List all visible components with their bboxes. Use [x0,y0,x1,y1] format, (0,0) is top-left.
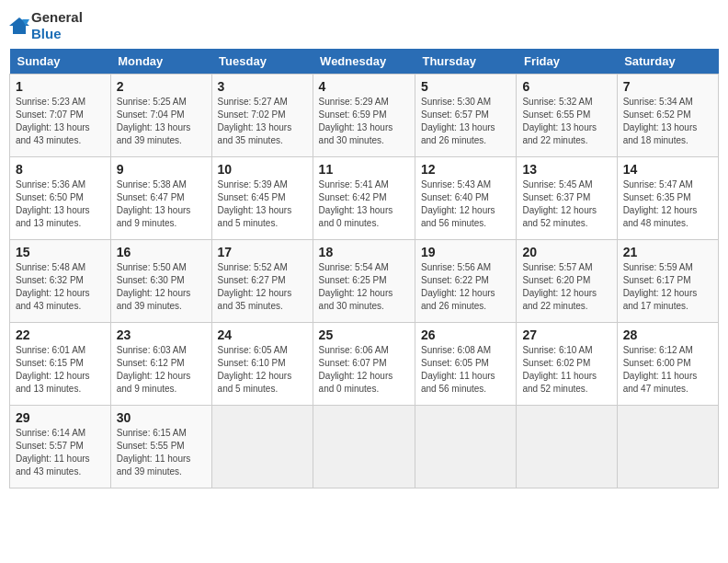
calendar-cell: 13Sunrise: 5:45 AMSunset: 6:37 PMDayligh… [517,157,617,240]
logo-general: General [31,9,83,25]
day-number: 7 [623,79,712,94]
calendar-cell: 12Sunrise: 5:43 AMSunset: 6:40 PMDayligh… [415,157,516,240]
day-detail: Sunrise: 6:15 AMSunset: 5:55 PMDaylight:… [117,427,206,478]
day-number: 11 [319,162,409,177]
day-detail: Sunrise: 5:59 AMSunset: 6:17 PMDaylight:… [623,261,712,313]
calendar-cell: 3Sunrise: 5:27 AMSunset: 7:02 PMDaylight… [211,75,313,157]
logo-bird-icon [9,16,29,36]
day-detail: Sunrise: 6:01 AMSunset: 6:15 PMDaylight:… [16,344,105,396]
day-number: 9 [117,162,206,177]
day-number: 16 [117,245,206,259]
day-number: 13 [522,162,610,177]
calendar-cell: 18Sunrise: 5:54 AMSunset: 6:25 PMDayligh… [313,240,415,323]
weekday-header-friday: Friday [517,49,617,75]
calendar-cell: 9Sunrise: 5:38 AMSunset: 6:47 PMDaylight… [110,157,211,240]
day-detail: Sunrise: 5:25 AMSunset: 7:04 PMDaylight:… [117,96,206,147]
calendar-cell: 22Sunrise: 6:01 AMSunset: 6:15 PMDayligh… [10,323,111,406]
day-number: 26 [421,327,510,342]
calendar-cell: 21Sunrise: 5:59 AMSunset: 6:17 PMDayligh… [617,240,718,323]
day-number: 28 [623,327,712,342]
calendar-cell: 10Sunrise: 5:39 AMSunset: 6:45 PMDayligh… [211,157,313,240]
calendar-cell: 30Sunrise: 6:15 AMSunset: 5:55 PMDayligh… [110,406,211,488]
calendar-cell: 26Sunrise: 6:08 AMSunset: 6:05 PMDayligh… [415,323,516,406]
calendar-cell: 1Sunrise: 5:23 AMSunset: 7:07 PMDaylight… [10,75,111,157]
logo-wordmark: General Blue [9,9,83,41]
calendar-cell: 4Sunrise: 5:29 AMSunset: 6:59 PMDaylight… [313,75,415,157]
calendar-cell: 8Sunrise: 5:36 AMSunset: 6:50 PMDaylight… [10,157,111,240]
calendar-cell: 19Sunrise: 5:56 AMSunset: 6:22 PMDayligh… [415,240,516,323]
weekday-header-saturday: Saturday [617,49,718,75]
day-number: 29 [16,410,105,425]
calendar-cell [517,406,617,488]
day-detail: Sunrise: 5:36 AMSunset: 6:50 PMDaylight:… [16,178,105,230]
day-detail: Sunrise: 6:14 AMSunset: 5:57 PMDaylight:… [16,427,105,478]
day-detail: Sunrise: 6:10 AMSunset: 6:02 PMDaylight:… [522,344,610,396]
calendar-cell: 24Sunrise: 6:05 AMSunset: 6:10 PMDayligh… [211,323,313,406]
weekday-header-thursday: Thursday [415,49,516,75]
day-number: 18 [319,245,409,259]
calendar-cell [617,406,718,488]
day-detail: Sunrise: 6:03 AMSunset: 6:12 PMDaylight:… [117,344,206,396]
day-detail: Sunrise: 5:23 AMSunset: 7:07 PMDaylight:… [16,96,105,147]
day-number: 14 [623,162,712,177]
day-detail: Sunrise: 5:50 AMSunset: 6:30 PMDaylight:… [117,261,206,313]
day-number: 1 [16,79,105,94]
day-number: 20 [522,245,610,259]
calendar-cell: 11Sunrise: 5:41 AMSunset: 6:42 PMDayligh… [313,157,415,240]
day-number: 8 [16,162,105,177]
day-detail: Sunrise: 5:45 AMSunset: 6:37 PMDaylight:… [522,178,610,230]
day-detail: Sunrise: 5:39 AMSunset: 6:45 PMDaylight:… [218,178,307,230]
calendar-cell: 16Sunrise: 5:50 AMSunset: 6:30 PMDayligh… [110,240,211,323]
calendar-cell: 17Sunrise: 5:52 AMSunset: 6:27 PMDayligh… [211,240,313,323]
calendar-table: SundayMondayTuesdayWednesdayThursdayFrid… [9,49,719,488]
day-detail: Sunrise: 5:34 AMSunset: 6:52 PMDaylight:… [623,96,712,147]
calendar-cell: 6Sunrise: 5:32 AMSunset: 6:55 PMDaylight… [517,75,617,157]
day-number: 22 [16,327,105,342]
day-number: 24 [218,327,307,342]
calendar-week-row: 15Sunrise: 5:48 AMSunset: 6:32 PMDayligh… [10,240,719,323]
calendar-cell: 7Sunrise: 5:34 AMSunset: 6:52 PMDaylight… [617,75,718,157]
day-detail: Sunrise: 5:43 AMSunset: 6:40 PMDaylight:… [421,178,510,230]
calendar-cell: 29Sunrise: 6:14 AMSunset: 5:57 PMDayligh… [10,406,111,488]
calendar-cell: 5Sunrise: 5:30 AMSunset: 6:57 PMDaylight… [415,75,516,157]
weekday-header-monday: Monday [110,49,211,75]
weekday-header-tuesday: Tuesday [211,49,313,75]
day-number: 17 [218,245,307,259]
calendar-cell [313,406,415,488]
weekday-header-sunday: Sunday [10,49,111,75]
day-number: 30 [117,410,206,425]
logo-blue: Blue [31,26,62,41]
calendar-cell: 2Sunrise: 5:25 AMSunset: 7:04 PMDaylight… [110,75,211,157]
day-number: 6 [522,79,610,94]
day-detail: Sunrise: 5:56 AMSunset: 6:22 PMDaylight:… [421,261,510,313]
calendar-cell: 27Sunrise: 6:10 AMSunset: 6:02 PMDayligh… [517,323,617,406]
day-number: 23 [117,327,206,342]
day-detail: Sunrise: 5:29 AMSunset: 6:59 PMDaylight:… [319,96,409,147]
day-detail: Sunrise: 5:57 AMSunset: 6:20 PMDaylight:… [522,261,610,313]
day-detail: Sunrise: 5:41 AMSunset: 6:42 PMDaylight:… [319,178,409,230]
day-detail: Sunrise: 5:48 AMSunset: 6:32 PMDaylight:… [16,261,105,313]
day-detail: Sunrise: 5:38 AMSunset: 6:47 PMDaylight:… [117,178,206,230]
day-detail: Sunrise: 6:12 AMSunset: 6:00 PMDaylight:… [623,344,712,396]
calendar-cell: 14Sunrise: 5:47 AMSunset: 6:35 PMDayligh… [617,157,718,240]
day-detail: Sunrise: 5:32 AMSunset: 6:55 PMDaylight:… [522,96,610,147]
logo: General Blue [9,9,83,41]
day-detail: Sunrise: 6:05 AMSunset: 6:10 PMDaylight:… [218,344,307,396]
calendar-cell: 25Sunrise: 6:06 AMSunset: 6:07 PMDayligh… [313,323,415,406]
calendar-cell: 20Sunrise: 5:57 AMSunset: 6:20 PMDayligh… [517,240,617,323]
day-number: 27 [522,327,610,342]
day-number: 21 [623,245,712,259]
calendar-week-row: 1Sunrise: 5:23 AMSunset: 7:07 PMDaylight… [10,75,719,157]
day-detail: Sunrise: 5:47 AMSunset: 6:35 PMDaylight:… [623,178,712,230]
day-detail: Sunrise: 5:52 AMSunset: 6:27 PMDaylight:… [218,261,307,313]
calendar-cell: 28Sunrise: 6:12 AMSunset: 6:00 PMDayligh… [617,323,718,406]
calendar-week-row: 8Sunrise: 5:36 AMSunset: 6:50 PMDaylight… [10,157,719,240]
day-detail: Sunrise: 5:30 AMSunset: 6:57 PMDaylight:… [421,96,510,147]
calendar-cell [415,406,516,488]
calendar-cell: 23Sunrise: 6:03 AMSunset: 6:12 PMDayligh… [110,323,211,406]
calendar-cell [211,406,313,488]
day-number: 15 [16,245,105,259]
day-number: 2 [117,79,206,94]
day-number: 3 [218,79,307,94]
day-detail: Sunrise: 5:27 AMSunset: 7:02 PMDaylight:… [218,96,307,147]
